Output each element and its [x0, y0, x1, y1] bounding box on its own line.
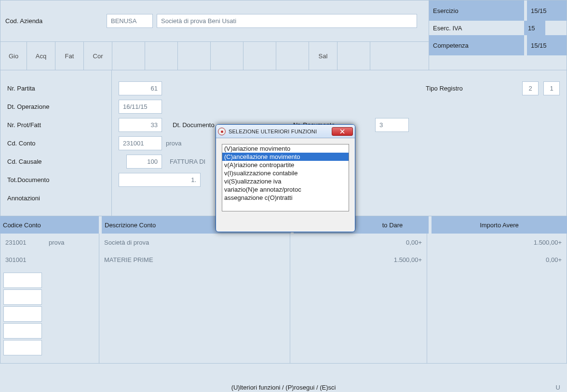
tot-documento-value[interactable]: 1.: [119, 173, 201, 187]
empty-cell[interactable]: [3, 323, 42, 339]
tipo-registro-label: Tipo Registro: [426, 85, 522, 92]
tab-empty-8[interactable]: [370, 42, 429, 70]
tab-gio[interactable]: Gio: [0, 42, 27, 70]
list-item[interactable]: (V)ariazione movimento: [222, 144, 349, 153]
header-row: Cod. Azienda BENUSA Società di prova Ben…: [0, 0, 567, 70]
cod-azienda-label: Cod. Azienda: [5, 17, 107, 25]
table-row[interactable]: 0,00+: [290, 234, 427, 251]
tot-documento-label: Tot.Documento: [7, 176, 105, 183]
nr-partita-label: Nr. Partita: [7, 85, 105, 92]
cd-causale-label: Cd. Causale: [7, 158, 105, 165]
cd-conto-value[interactable]: 231001: [119, 136, 162, 150]
tab-empty-6[interactable]: [276, 42, 309, 70]
empty-cell[interactable]: [3, 340, 42, 355]
list-item[interactable]: v(I)sualizzazione contabile: [222, 169, 349, 177]
modal-selezione-funzioni: SELEZIONE ULTERIORI FUNZIONI (V)ariazion…: [216, 124, 355, 232]
tipo-registro-v2[interactable]: 1: [543, 81, 560, 95]
tab-empty-3[interactable]: [178, 42, 211, 70]
cd-causale-value[interactable]: 100: [126, 155, 162, 169]
tab-fat[interactable]: Fat: [55, 42, 84, 70]
col-avere-header: Importo Avere: [432, 216, 567, 234]
cd-causale-desc: FATTURA DI: [170, 158, 205, 165]
eserc-iva-label: Eserc. IVA: [429, 21, 524, 35]
table-row[interactable]: MATERIE PRIME: [99, 251, 290, 268]
tab-empty-5[interactable]: [243, 42, 276, 70]
footer-hint: (U)lteriori funzioni / (P)rosegui / (E)s…: [0, 384, 567, 391]
annotazioni-label: Annotazioni: [7, 195, 105, 202]
list-item[interactable]: v(A)riazione contropartite: [222, 161, 349, 169]
tab-empty-2[interactable]: [145, 42, 178, 70]
col-codice-header: Codice Conto: [0, 216, 99, 234]
table-row[interactable]: Società di prova: [99, 234, 290, 251]
empty-cell[interactable]: [3, 306, 42, 322]
app-icon: [218, 128, 226, 135]
list-item[interactable]: (C)ancellazione movimento: [222, 153, 349, 161]
tab-bar: Gio Acq Fat Cor Sal: [0, 41, 429, 70]
empty-cell[interactable]: [3, 289, 42, 305]
nr-prot-fatt-value[interactable]: 33: [119, 118, 162, 132]
nr-prot-fatt-label: Nr. Prot/Fatt: [7, 121, 105, 129]
tab-empty-7[interactable]: [338, 42, 370, 70]
cd-conto-desc: prova: [166, 140, 182, 147]
tab-acq[interactable]: Acq: [27, 42, 55, 70]
form-left-panel: Nr. Partita Dt. Operazione Nr. Prot/Fatt…: [0, 70, 112, 216]
modal-title-text: SELEZIONE ULTERIORI FUNZIONI: [229, 129, 332, 134]
eserc-iva-value: 15: [524, 21, 545, 35]
nr-documento-value[interactable]: 3: [375, 118, 409, 132]
tab-empty-4[interactable]: [211, 42, 243, 70]
nr-partita-value[interactable]: 61: [119, 81, 162, 95]
function-listbox[interactable]: (V)ariazione movimento(C)ancellazione mo…: [222, 144, 349, 211]
dt-operazione-value[interactable]: 16/11/15: [119, 100, 162, 114]
esercizio-value: 15/15: [524, 0, 567, 21]
footer-key: U: [556, 384, 560, 391]
tipo-registro-v1[interactable]: 2: [522, 81, 539, 95]
tab-empty-1[interactable]: [112, 42, 145, 70]
esercizio-label: Esercizio: [429, 0, 524, 21]
dt-operazione-label: Dt. Operazione: [7, 103, 105, 110]
company-desc-field[interactable]: Società di prova Beni Usati: [157, 14, 417, 28]
table-row[interactable]: 301001: [0, 251, 99, 268]
close-icon: [340, 129, 345, 134]
competenza-value: 15/15: [524, 35, 567, 55]
table-row[interactable]: 1.500,00+: [290, 251, 427, 268]
empty-cell[interactable]: [3, 273, 42, 288]
table-row[interactable]: 231001prova: [0, 234, 99, 251]
list-item[interactable]: assegnazione c(O)ntratti: [222, 194, 349, 202]
cd-conto-label: Cd. Conto: [7, 140, 105, 147]
table-body: 231001prova 301001 Società di prova MATE…: [0, 234, 567, 364]
list-item[interactable]: variazio(N)e annotaz/protoc: [222, 185, 349, 194]
list-item[interactable]: vi(S)ualizzazione iva: [222, 177, 349, 185]
tab-cor[interactable]: Cor: [84, 42, 112, 70]
tab-sal[interactable]: Sal: [309, 42, 338, 70]
cod-azienda-value[interactable]: BENUSA: [107, 14, 153, 28]
close-button[interactable]: [332, 127, 353, 136]
competenza-label: Competenza: [429, 35, 524, 55]
table-row[interactable]: 1.500,00+: [427, 234, 567, 251]
table-row[interactable]: 0,00+: [427, 251, 567, 268]
